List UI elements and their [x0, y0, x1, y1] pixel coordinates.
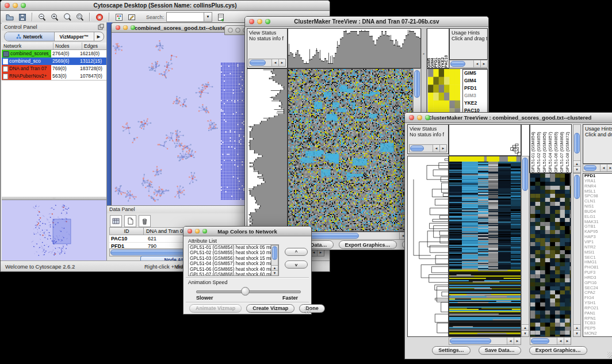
delete-attribute-icon[interactable] — [139, 215, 151, 227]
network-row[interactable]: combined_sco 2569(6) 13112(15) — [2, 58, 106, 65]
heatmap-vscrollbar[interactable]: ▲▼ — [521, 156, 529, 337]
attribute-list-scrollbar[interactable]: ▲▼ — [271, 245, 278, 276]
zoom-button[interactable] — [131, 25, 135, 30]
vizmapper-icon[interactable] — [114, 12, 124, 22]
gene-label[interactable]: PFD1 — [463, 85, 487, 92]
experiment-label[interactable]: GPL51-02 (GSM855) — [536, 125, 542, 173]
treeview-button[interactable]: Export Graphics… — [339, 240, 397, 249]
network-row[interactable]: DNA and Tran 07 769(0) 183728(0) — [2, 65, 106, 72]
heatmap-hscrollbar[interactable]: ◄► — [449, 337, 521, 345]
experiment-label[interactable]: GPL51-03 (GSM856) — [542, 125, 548, 173]
close-button[interactable] — [409, 115, 414, 120]
treeview-button[interactable]: Export Graphics… — [529, 346, 587, 355]
zoom-in-icon[interactable] — [49, 12, 60, 22]
column-dendrogram-canvas[interactable] — [449, 124, 521, 156]
zoom-button[interactable] — [265, 19, 270, 24]
gene-label[interactable]: YKE2 — [463, 99, 487, 107]
zoom-button[interactable] — [202, 229, 207, 233]
zoom-hscrollbar[interactable]: ◄► — [530, 337, 571, 345]
column-dendrogram-canvas[interactable] — [288, 28, 421, 68]
treeview-button[interactable]: Save Data… — [479, 346, 521, 355]
tab-overflow-arrow[interactable]: ▶ — [94, 32, 103, 41]
zoom-button[interactable] — [21, 3, 26, 8]
dialog-titlebar[interactable]: Map Colors to Network — [183, 227, 311, 236]
zoom-out-icon[interactable] — [37, 12, 47, 22]
dialog-button[interactable]: Done — [299, 304, 325, 313]
search-dropdown-icon[interactable]: ▼ — [204, 13, 212, 21]
global-heatmap-canvas[interactable] — [449, 156, 521, 337]
dialog-button[interactable]: Create Vizmap — [246, 304, 294, 313]
treeview-combined-titlebar[interactable]: ClusterMaker TreeView : combined_scores_… — [405, 113, 612, 123]
minimize-button[interactable] — [195, 229, 200, 233]
close-button[interactable] — [249, 19, 254, 24]
animation-speed-slider-thumb[interactable] — [241, 287, 250, 296]
close-button[interactable] — [228, 28, 233, 33]
main-titlebar[interactable]: Cytoscape Desktop (Session Name: collins… — [1, 1, 330, 11]
save-icon[interactable] — [17, 12, 28, 22]
resize-grip[interactable] — [607, 352, 612, 358]
import-table-icon[interactable] — [216, 12, 226, 22]
select-attributes-icon[interactable] — [110, 215, 122, 227]
treeview-dna-titlebar[interactable]: ClusterMaker TreeView : DNA and Tran 07-… — [245, 17, 488, 27]
network-list-empty-area[interactable] — [2, 80, 106, 197]
usage-hints-scrollbar[interactable]: ◄► — [583, 164, 612, 172]
tab-network[interactable]: Network — [5, 32, 55, 41]
open-file-icon[interactable] — [5, 12, 15, 22]
gene-label[interactable]: GIM4 — [463, 77, 487, 85]
labels-vscrollbar[interactable]: ▲▼ — [573, 124, 581, 173]
close-button[interactable] — [188, 229, 192, 233]
attribute-item[interactable]: GPL51-06 (GSM865) heat shock 40 min — [189, 267, 271, 272]
experiment-label[interactable]: GPL51-07 (GSM868) — [559, 125, 565, 173]
row-dendrogram-canvas[interactable] — [247, 68, 288, 232]
array-label[interactable]: PAC10 — [445, 47, 448, 68]
minimize-button[interactable] — [417, 115, 422, 120]
attribute-item[interactable]: GPL51-02 (GSM855) heat shock 10 min — [189, 250, 271, 255]
minimize-button[interactable] — [235, 28, 240, 33]
zoom-vscrollbar[interactable]: ▲▼ — [573, 173, 581, 337]
experiment-label[interactable]: GPL51-08 (GSM872) — [565, 125, 571, 173]
network-overview-panel[interactable] — [2, 200, 106, 261]
view-status-scrollbar[interactable]: ◄► — [248, 59, 286, 67]
experiment-label[interactable]: GPL51-06 (GSM865) — [553, 125, 559, 173]
experiment-label[interactable]: GPL51-04 (GSM857) — [548, 125, 553, 173]
gene-label[interactable]: MON2 — [583, 331, 612, 336]
tab-vizmapper[interactable]: VizMapper™ — [55, 32, 94, 41]
network-row[interactable]: combined_scores_ 2764(0) 16218(0) — [2, 50, 106, 58]
float-panel-icon[interactable] — [98, 24, 104, 30]
zoom-selected-icon[interactable] — [62, 12, 72, 22]
close-button[interactable] — [5, 3, 10, 8]
gene-label[interactable]: GIM3 — [463, 92, 487, 99]
new-attribute-icon[interactable] — [124, 215, 136, 227]
global-heatmap-canvas[interactable] — [288, 68, 414, 232]
attribute-item[interactable]: GPL51-04 (GSM857) heat shock 20 min — [189, 261, 271, 266]
view-status-scrollbar[interactable]: ◄► — [409, 144, 447, 152]
zoom-fit-icon[interactable] — [75, 12, 85, 22]
network-view-canvas[interactable] — [112, 33, 247, 205]
network-table-header[interactable]: Network Nodes Edges — [2, 43, 106, 50]
minimize-button[interactable] — [13, 3, 18, 8]
annotation-icon[interactable] — [127, 12, 137, 22]
minimize-button[interactable] — [123, 25, 128, 30]
close-button[interactable] — [116, 25, 120, 30]
attribute-item[interactable]: GPL51-01 (GSM854) heat shock 05 min — [189, 245, 271, 250]
row-dendrogram-canvas[interactable] — [407, 156, 449, 337]
gene-label[interactable]: GIM5 — [463, 70, 487, 77]
attribute-listbox[interactable]: GPL51-01 (GSM854) heat shock 05 minGPL51… — [188, 244, 279, 276]
network-row[interactable]: RNAPuberNov2+ 563(0) 107847(0) — [2, 72, 106, 80]
minimize-button[interactable] — [257, 19, 262, 24]
usage-hints-scrollbar[interactable]: ◄► — [449, 60, 488, 68]
experiment-label[interactable]: GPL51-01 (GSM854) — [530, 125, 536, 173]
attribute-item[interactable]: GPL51-03 (GSM856) heat shock 15 min — [189, 256, 271, 261]
help-ring-icon[interactable] — [94, 12, 105, 22]
zoom-heatmap-canvas[interactable] — [530, 173, 571, 337]
move-down-button[interactable]: v — [285, 260, 308, 269]
attribute-item[interactable]: GPL51-07 (GSM868) heat shock 60 min — [189, 272, 271, 276]
move-up-button[interactable]: ^ — [285, 248, 308, 256]
zoom-matrix-canvas[interactable] — [428, 69, 460, 116]
search-input[interactable]: ▼ — [166, 12, 212, 22]
resize-grip[interactable] — [304, 307, 311, 313]
dialog-button[interactable]: Animate Vizmap — [189, 304, 242, 313]
treeview-button[interactable]: Settings… — [432, 346, 471, 355]
zoom-button[interactable] — [425, 115, 430, 120]
network-overview-canvas[interactable] — [2, 200, 105, 260]
